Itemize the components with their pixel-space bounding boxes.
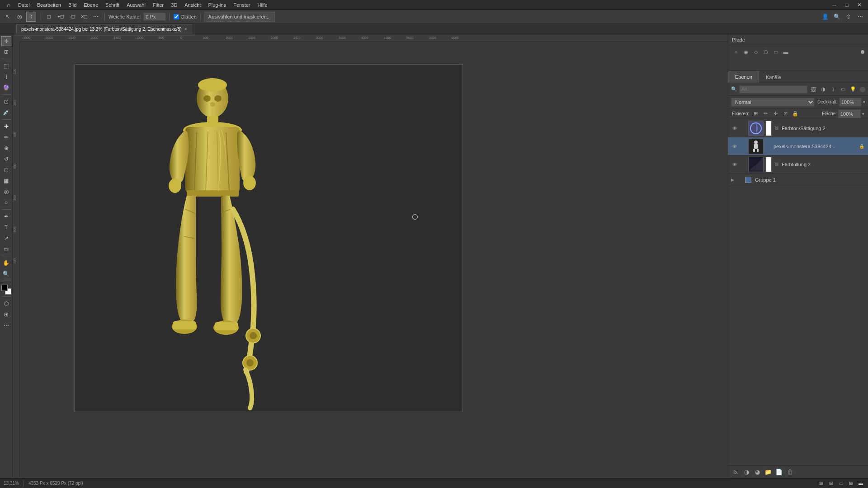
- tool-select-1[interactable]: ◎: [14, 12, 24, 22]
- tool-quick-select[interactable]: 🔮: [1, 83, 11, 93]
- menu-auswahl[interactable]: Auswahl: [123, 1, 149, 9]
- tool-lasso[interactable]: ⌇: [26, 12, 36, 22]
- tool-move[interactable]: ↖: [3, 12, 13, 22]
- tab-kanaele[interactable]: Kanäle: [759, 71, 788, 83]
- layer-item-farbfuellung[interactable]: 👁 ⛓ Farbfüllung 2: [728, 155, 868, 174]
- tool-pen[interactable]: ✒: [1, 211, 11, 221]
- btn-new[interactable]: □: [44, 12, 54, 22]
- tool-gradient[interactable]: ▦: [1, 176, 11, 186]
- layer-filter-image[interactable]: 🖼: [809, 85, 817, 94]
- tool-zoom[interactable]: 🔍: [1, 269, 11, 279]
- pfade-icon-hex[interactable]: ⬡: [762, 48, 770, 56]
- layer-eye-btn-3[interactable]: 👁: [731, 161, 738, 168]
- layer-filter-adjust[interactable]: ◑: [819, 85, 827, 94]
- search-icon[interactable]: 🔍: [832, 12, 842, 22]
- tool-crop[interactable]: ⊡: [1, 97, 11, 107]
- btn-intersect[interactable]: ×□: [79, 12, 89, 22]
- tool-colors[interactable]: [1, 285, 11, 295]
- btn-extra[interactable]: ⋯: [91, 12, 101, 22]
- tool-move-tool[interactable]: ✛: [1, 36, 11, 46]
- btn-subtract[interactable]: -□: [67, 12, 77, 22]
- add-fx-btn[interactable]: fx: [731, 468, 740, 477]
- pfade-icon-circle[interactable]: ○: [732, 48, 740, 56]
- lock-artboard-btn[interactable]: ⊡: [782, 110, 789, 117]
- user-icon[interactable]: 👤: [820, 12, 830, 22]
- layer-filter-text[interactable]: T: [829, 85, 837, 94]
- lock-position-btn[interactable]: ✛: [772, 110, 779, 117]
- layer-search-input[interactable]: [739, 85, 807, 94]
- tool-eraser[interactable]: ◻: [1, 165, 11, 175]
- menu-ebene[interactable]: Ebene: [80, 1, 102, 9]
- tool-artboard[interactable]: ⊞: [1, 47, 11, 57]
- tool-history-brush[interactable]: ↺: [1, 154, 11, 164]
- tool-eyedropper[interactable]: 💉: [1, 108, 11, 117]
- layer-filter-shapes[interactable]: ▭: [839, 85, 847, 94]
- flaeche-input[interactable]: [838, 109, 861, 118]
- share-icon[interactable]: ⇧: [844, 12, 854, 22]
- flaeche-chevron[interactable]: ▾: [862, 112, 864, 116]
- menu-hilfe[interactable]: Hilfe: [254, 1, 271, 9]
- tool-extra[interactable]: ⋯: [1, 320, 11, 330]
- layer-item-farbton[interactable]: 👁 ⛓ Farbton/Sättigung 2: [728, 119, 868, 137]
- canvas-viewport[interactable]: [20, 42, 728, 478]
- lock-pixels-btn[interactable]: ⊞: [752, 110, 759, 117]
- pfade-icon-rect2[interactable]: ▬: [782, 48, 790, 56]
- menu-3d[interactable]: 3D: [167, 1, 181, 9]
- lock-brush-btn[interactable]: ✏: [762, 110, 769, 117]
- layer-eye-btn-2[interactable]: 👁: [731, 143, 738, 150]
- tab-close-btn[interactable]: ×: [184, 27, 187, 32]
- tool-brush[interactable]: ✏: [1, 132, 11, 142]
- status-btn-4[interactable]: ⊞: [847, 480, 854, 487]
- pfade-icon-rect1[interactable]: ▭: [772, 48, 780, 56]
- blend-mode-select[interactable]: NormalAuflösenAbdunkelnMultiplizierenFar…: [731, 98, 815, 107]
- layer-filter-smart[interactable]: 💡: [849, 85, 857, 94]
- color-foreground[interactable]: [1, 285, 8, 291]
- add-adjustment-btn[interactable]: ◕: [753, 468, 762, 477]
- tool-healing[interactable]: ✚: [1, 122, 11, 131]
- tab-ebenen[interactable]: Ebenen: [728, 71, 759, 83]
- tool-clone[interactable]: ⊕: [1, 143, 11, 153]
- layer-group-gruppe1[interactable]: ▶ Gruppe 1: [728, 174, 868, 186]
- pfade-icon-diamond[interactable]: ◇: [752, 48, 760, 56]
- menu-filter[interactable]: Filter: [149, 1, 167, 9]
- settings-icon[interactable]: ⋯: [855, 12, 865, 22]
- menu-bearbeiten[interactable]: Bearbeiten: [33, 1, 65, 9]
- menu-plugins[interactable]: Plug-ins: [204, 1, 230, 9]
- tool-path-select[interactable]: ↗: [1, 233, 11, 243]
- tool-lasso-tool[interactable]: ⌇: [1, 72, 11, 82]
- add-mask-btn[interactable]: ◑: [742, 468, 751, 477]
- status-btn-1[interactable]: ⊞: [817, 480, 825, 487]
- tool-hand[interactable]: ✋: [1, 258, 11, 268]
- menu-ansicht[interactable]: Ansicht: [181, 1, 204, 9]
- new-layer-btn[interactable]: 📄: [774, 468, 783, 477]
- menu-datei[interactable]: Datei: [14, 1, 33, 9]
- menu-fenster[interactable]: Fenster: [230, 1, 254, 9]
- window-restore[interactable]: □: [842, 0, 852, 10]
- tool-quick-mask[interactable]: ⬡: [1, 299, 11, 309]
- window-close[interactable]: ✕: [854, 0, 864, 10]
- layer-group-eye[interactable]: [736, 176, 743, 183]
- app-home-btn[interactable]: ⌂: [4, 0, 14, 10]
- delete-layer-btn[interactable]: 🗑: [785, 468, 794, 477]
- tool-screen-mode[interactable]: ⊞: [1, 310, 11, 319]
- window-minimize[interactable]: ─: [829, 0, 839, 10]
- tool-marquee[interactable]: ⬚: [1, 61, 11, 71]
- lock-all-btn[interactable]: 🔒: [792, 110, 799, 117]
- menu-schrift[interactable]: Schrift: [102, 1, 123, 9]
- menu-bild[interactable]: Bild: [65, 1, 80, 9]
- weiche-kante-input[interactable]: [143, 13, 166, 21]
- opacity-input[interactable]: [839, 98, 862, 107]
- pfade-icon-fill[interactable]: ◉: [742, 48, 750, 56]
- tool-shapes[interactable]: ▭: [1, 244, 11, 254]
- btn-add[interactable]: +□: [56, 12, 66, 22]
- glaetten-checkbox[interactable]: [174, 14, 179, 19]
- opacity-chevron[interactable]: ▾: [863, 100, 865, 104]
- tool-text[interactable]: T: [1, 222, 11, 232]
- tool-dodge[interactable]: ○: [1, 197, 11, 207]
- status-btn-5[interactable]: ▬: [857, 480, 864, 487]
- layer-item-pexels[interactable]: 👁 pexels-monstera-5384424...: [728, 137, 868, 155]
- select-mask-button[interactable]: Auswählen und maskieren...: [204, 12, 275, 22]
- status-btn-2[interactable]: ⊟: [827, 480, 835, 487]
- tool-blur[interactable]: ◎: [1, 187, 11, 197]
- document-tab[interactable]: pexels-monstera-5384424.jpg bei 13,3% (F…: [16, 24, 192, 34]
